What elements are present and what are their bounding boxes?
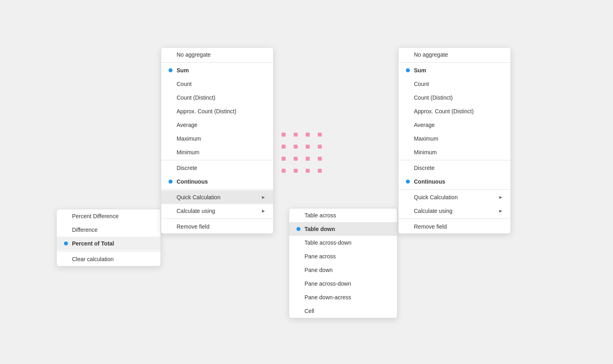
remove-field-label: Remove field xyxy=(177,223,266,230)
percent-difference-label: Percent Difference xyxy=(72,213,153,219)
cell-item[interactable]: Cell xyxy=(289,304,397,318)
calculate-using-r-item[interactable]: Calculate using ► xyxy=(399,204,510,218)
grid-dot xyxy=(306,169,310,173)
right-menu[interactable]: No aggregate Sum Count Count (Distinct) … xyxy=(398,47,511,234)
grid-dot xyxy=(318,145,322,149)
continuous-r-label: Continuous xyxy=(414,178,503,185)
dot-placeholder xyxy=(169,137,173,141)
calculate-using-submenu[interactable]: Table across Table down Table across-dow… xyxy=(289,208,397,318)
grid-dot xyxy=(294,169,298,173)
dot-placeholder xyxy=(296,254,300,258)
dot-placeholder xyxy=(296,309,300,313)
pane-down-item[interactable]: Pane down xyxy=(289,263,397,277)
grid-dot xyxy=(282,133,286,137)
sum-item[interactable]: Sum xyxy=(161,63,273,77)
divider xyxy=(161,62,273,63)
left-submenu[interactable]: Percent Difference Difference Percent of… xyxy=(56,209,161,266)
percent-difference-item[interactable]: Percent Difference xyxy=(57,209,160,223)
dot-grid xyxy=(282,133,326,177)
remove-field-r-item[interactable]: Remove field xyxy=(399,220,510,233)
approx-count-distinct-r-item[interactable]: Approx. Count (Distinct) xyxy=(399,104,510,118)
clear-calculation-item[interactable]: Clear calculation xyxy=(57,252,160,266)
dot-placeholder xyxy=(169,150,173,154)
dot-placeholder xyxy=(406,150,410,154)
dot-placeholder xyxy=(64,257,68,261)
difference-item[interactable]: Difference xyxy=(57,223,160,237)
dot-placeholder xyxy=(169,123,173,127)
divider xyxy=(399,219,510,219)
continuous-item[interactable]: Continuous xyxy=(161,175,273,188)
continuous-label: Continuous xyxy=(177,178,266,185)
sum-r-item[interactable]: Sum xyxy=(399,63,510,77)
grid-dot xyxy=(318,157,322,161)
continuous-r-item[interactable]: Continuous xyxy=(399,175,510,188)
quick-calculation-label: Quick Calculation xyxy=(177,194,261,200)
table-across-down-item[interactable]: Table across-down xyxy=(289,236,397,249)
grid-dot xyxy=(318,169,322,173)
no-aggregate-label: No aggregate xyxy=(177,51,266,58)
table-across-item[interactable]: Table across xyxy=(289,209,397,222)
divider xyxy=(161,160,273,160)
continuous-dot xyxy=(169,180,173,184)
dot-placeholder xyxy=(169,209,173,213)
discrete-item[interactable]: Discrete xyxy=(161,161,273,175)
table-down-label: Table down xyxy=(304,226,390,232)
no-aggregate-r-item[interactable]: No aggregate xyxy=(399,48,510,61)
calculate-using-r-label: Calculate using xyxy=(414,208,498,214)
discrete-r-item[interactable]: Discrete xyxy=(399,161,510,175)
pane-across-item[interactable]: Pane across xyxy=(289,249,397,263)
dot-placeholder xyxy=(296,213,300,217)
discrete-r-label: Discrete xyxy=(414,165,503,171)
dot-placeholder xyxy=(169,53,173,57)
average-item[interactable]: Average xyxy=(161,118,273,132)
average-r-label: Average xyxy=(414,122,503,128)
maximum-item[interactable]: Maximum xyxy=(161,132,273,145)
percent-of-total-item[interactable]: Percent of Total xyxy=(57,237,160,250)
quick-calculation-r-item[interactable]: Quick Calculation ► xyxy=(399,190,510,204)
divider xyxy=(161,189,273,190)
count-distinct-r-item[interactable]: Count (Distinct) xyxy=(399,91,510,104)
sum-label: Sum xyxy=(177,67,266,74)
pane-across-label: Pane across xyxy=(304,253,390,260)
pane-across-down-item[interactable]: Pane across-down xyxy=(289,277,397,290)
grid-dot xyxy=(282,169,286,173)
quick-calculation-item[interactable]: Quick Calculation ► xyxy=(161,190,273,204)
maximum-r-label: Maximum xyxy=(414,135,503,142)
pane-down-across-label: Pane down-acress xyxy=(304,294,390,301)
maximum-r-item[interactable]: Maximum xyxy=(399,132,510,145)
pane-down-across-item[interactable]: Pane down-acress xyxy=(289,290,397,304)
calculate-using-item[interactable]: Calculate using ► xyxy=(161,204,273,218)
table-across-label: Table across xyxy=(304,212,390,219)
dot-placeholder xyxy=(406,82,410,86)
dot-placeholder xyxy=(296,268,300,272)
table-across-down-label: Table across-down xyxy=(304,239,390,246)
remove-field-item[interactable]: Remove field xyxy=(161,220,273,233)
count-distinct-label: Count (Distinct) xyxy=(177,94,266,101)
chevron-right-icon: ► xyxy=(261,208,266,214)
dot-placeholder xyxy=(406,195,410,199)
dot-placeholder xyxy=(64,228,68,232)
chevron-right-icon: ► xyxy=(498,208,503,214)
approx-count-distinct-item[interactable]: Approx. Count (Distinct) xyxy=(161,104,273,118)
dot-placeholder xyxy=(296,295,300,299)
remove-field-r-label: Remove field xyxy=(414,223,503,230)
approx-count-distinct-r-label: Approx. Count (Distinct) xyxy=(414,108,503,115)
minimum-r-item[interactable]: Minimum xyxy=(399,145,510,159)
dot-placeholder xyxy=(169,109,173,113)
quick-calculation-r-label: Quick Calculation xyxy=(414,194,498,200)
grid-dot xyxy=(282,145,286,149)
dot-placeholder xyxy=(406,53,410,57)
center-left-menu[interactable]: No aggregate Sum Count Count (Distinct) … xyxy=(161,47,274,234)
sum-r-dot xyxy=(406,68,410,72)
minimum-item[interactable]: Minimum xyxy=(161,145,273,159)
dot-placeholder xyxy=(406,166,410,170)
minimum-label: Minimum xyxy=(177,149,266,155)
count-item[interactable]: Count xyxy=(161,77,273,91)
count-distinct-item[interactable]: Count (Distinct) xyxy=(161,91,273,104)
divider xyxy=(57,251,160,252)
count-r-item[interactable]: Count xyxy=(399,77,510,91)
no-aggregate-item[interactable]: No aggregate xyxy=(161,48,273,61)
table-down-item[interactable]: Table down xyxy=(289,222,397,236)
continuous-r-dot xyxy=(406,180,410,184)
average-r-item[interactable]: Average xyxy=(399,118,510,132)
